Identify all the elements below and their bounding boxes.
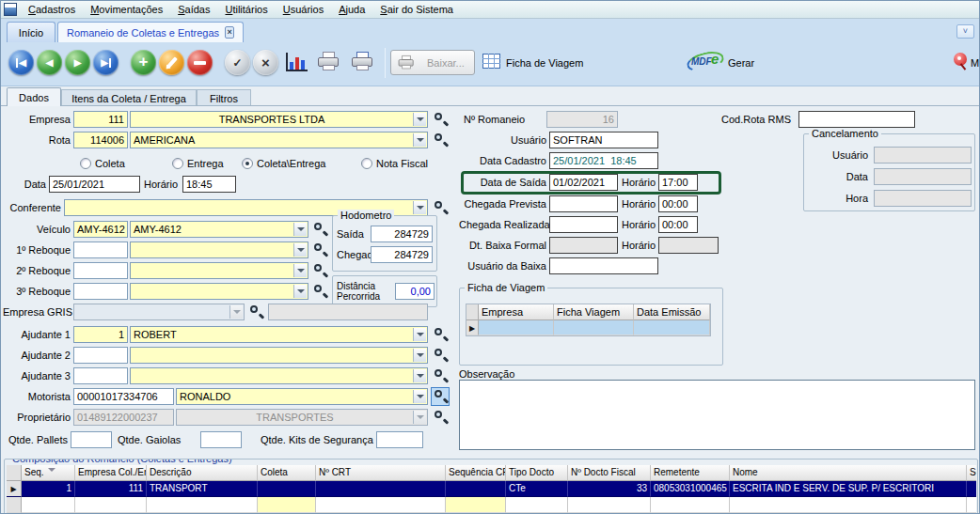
- veiculo-code-field[interactable]: AMY-4612: [73, 221, 128, 238]
- subtab-itens[interactable]: Itens da Coleta / Entrega: [61, 89, 197, 106]
- chegada-realizada-field[interactable]: [549, 216, 618, 233]
- chevron-down-icon[interactable]: [413, 390, 426, 403]
- chevron-down-icon[interactable]: [413, 133, 426, 147]
- reboque2-search-icon[interactable]: [311, 262, 328, 279]
- chevron-down-icon[interactable]: [293, 223, 307, 236]
- conferente-search-icon[interactable]: [432, 199, 449, 216]
- rota-search-icon[interactable]: [432, 132, 449, 148]
- table-row[interactable]: ▶ 1 111 TRANSPORT CTe 33 08053031000465 …: [7, 481, 976, 497]
- qtde-pallets-field[interactable]: [71, 431, 112, 448]
- motorista-search-icon[interactable]: [432, 388, 449, 405]
- rota-combo[interactable]: AMERICANA: [130, 132, 428, 148]
- add-button[interactable]: +: [131, 50, 156, 75]
- ajudante3-search-icon[interactable]: [432, 367, 449, 384]
- empresa-search-icon[interactable]: [432, 111, 449, 128]
- radio-nota-fiscal[interactable]: [361, 158, 372, 169]
- reboque1-combo[interactable]: [130, 241, 308, 258]
- cod-rota-rms-field[interactable]: [798, 111, 915, 128]
- radio-coleta-entrega[interactable]: [242, 158, 253, 169]
- header-empresa[interactable]: Empresa Col./Ent.: [75, 465, 147, 481]
- chevron-down-icon[interactable]: [413, 201, 426, 214]
- header-seqcrt[interactable]: Sequência CRT: [446, 465, 506, 481]
- chegada-prevista-field[interactable]: [549, 195, 618, 212]
- chevron-down-icon[interactable]: [413, 369, 426, 382]
- ficha-header-empresa[interactable]: Empresa: [479, 304, 554, 320]
- grid-icon[interactable]: [482, 54, 500, 70]
- print-preview-button[interactable]: [351, 52, 374, 71]
- chevron-down-icon[interactable]: [293, 243, 307, 257]
- data-saida-horario-field[interactable]: 17:00: [658, 174, 698, 191]
- chevron-down-icon[interactable]: [413, 113, 426, 126]
- reboque3-code-field[interactable]: [73, 283, 128, 300]
- hodometro-saida-field[interactable]: 284729: [371, 226, 433, 242]
- rota-code-field[interactable]: 114006: [73, 132, 128, 148]
- header-seq[interactable]: Seq.: [22, 465, 75, 481]
- header-coleta[interactable]: Coleta: [258, 465, 316, 481]
- motorista-combo[interactable]: RONALDO: [176, 388, 428, 405]
- ajudante2-code-field[interactable]: [73, 347, 128, 364]
- nav-last-button[interactable]: ▶: [93, 50, 119, 75]
- qtde-gaiolas-field[interactable]: [200, 431, 242, 448]
- horario-field[interactable]: 18:45: [182, 176, 236, 193]
- mdfe-logo[interactable]: MDFe: [686, 48, 727, 74]
- chevron-down-icon[interactable]: [293, 285, 307, 298]
- ficha-viagem-row[interactable]: ▶: [466, 320, 710, 335]
- menu-saidas[interactable]: Saídas: [170, 2, 217, 17]
- data-field[interactable]: 25/01/2021: [49, 176, 140, 193]
- header-tipo-docto[interactable]: Tipo Docto: [506, 465, 568, 481]
- chevron-down-icon[interactable]: [413, 328, 426, 341]
- header-remetente[interactable]: Remetente: [651, 465, 730, 481]
- hodometro-chegada-field[interactable]: 284729: [371, 246, 433, 263]
- nav-next-button[interactable]: ▶: [65, 50, 90, 75]
- empresa-combo[interactable]: TRANSPORTES LTDA: [130, 111, 428, 128]
- reboque3-search-icon[interactable]: [311, 283, 328, 300]
- ajudante2-search-icon[interactable]: [432, 347, 449, 364]
- ficha-header-emissao[interactable]: Data Emissão: [634, 304, 710, 320]
- menu-ajuda[interactable]: Ajuda: [331, 2, 372, 17]
- motorista-code-field[interactable]: 00001017334706: [73, 388, 174, 405]
- ajudante3-combo[interactable]: [130, 367, 428, 384]
- tab-list-dropdown[interactable]: ˅: [956, 24, 974, 39]
- chevron-down-icon[interactable]: [413, 349, 426, 362]
- ficha-viagem-toolbar-label[interactable]: Ficha de Viagem: [506, 57, 583, 70]
- header-ncrt[interactable]: Nº CRT: [316, 465, 446, 481]
- menu-sair[interactable]: Sair do Sistema: [372, 2, 461, 17]
- tab-close-icon[interactable]: ×: [225, 26, 234, 39]
- header-descricao[interactable]: Descrição: [147, 465, 258, 481]
- table-row-partial[interactable]: [7, 497, 976, 513]
- ficha-header-ficha[interactable]: Ficha Viagem: [554, 304, 634, 320]
- menu-cadastros[interactable]: Cadastros: [21, 2, 83, 17]
- radio-entrega[interactable]: [172, 158, 183, 169]
- radio-coleta[interactable]: [80, 158, 91, 169]
- chart-icon[interactable]: [286, 53, 308, 71]
- header-ndocto[interactable]: Nº Docto Fiscal: [568, 465, 651, 481]
- cancel-button[interactable]: ×: [253, 50, 278, 75]
- empresa-code-field[interactable]: 111: [73, 111, 128, 128]
- qtde-kits-field[interactable]: [376, 431, 423, 448]
- menu-utilitarios[interactable]: Utilitários: [217, 2, 275, 17]
- menu-movimentacoes[interactable]: Movimentações: [83, 2, 170, 17]
- ajudante1-code-field[interactable]: 1: [73, 326, 128, 343]
- chegada-realizada-horario-field[interactable]: 00:00: [658, 216, 698, 233]
- veiculo-search-icon[interactable]: [311, 221, 328, 238]
- filter-icon[interactable]: [48, 468, 55, 475]
- empresa-gris-search-icon[interactable]: [247, 304, 264, 320]
- map-pin-icon[interactable]: [954, 53, 967, 66]
- confirm-button[interactable]: ✓: [225, 50, 250, 75]
- tab-inicio[interactable]: Início: [7, 22, 55, 42]
- nav-prev-button[interactable]: ◀: [37, 50, 62, 75]
- ajudante1-search-icon[interactable]: [432, 326, 449, 343]
- reboque3-combo[interactable]: [130, 283, 308, 300]
- chevron-down-icon[interactable]: [293, 264, 307, 277]
- tab-romaneio[interactable]: Romaneio de Coletas e Entregas ×: [57, 22, 244, 42]
- reboque1-search-icon[interactable]: [311, 241, 328, 258]
- print-button[interactable]: [317, 52, 340, 71]
- edit-button[interactable]: [159, 50, 184, 75]
- delete-button[interactable]: [187, 50, 213, 75]
- ajudante3-code-field[interactable]: [73, 367, 128, 384]
- gerar-label[interactable]: Gerar: [728, 57, 754, 70]
- subtab-filtros[interactable]: Filtros: [197, 89, 251, 106]
- menu-usuarios[interactable]: Usuários: [276, 2, 331, 17]
- data-saida-field[interactable]: 01/02/2021: [549, 174, 618, 191]
- header-nome[interactable]: Nome: [730, 465, 967, 481]
